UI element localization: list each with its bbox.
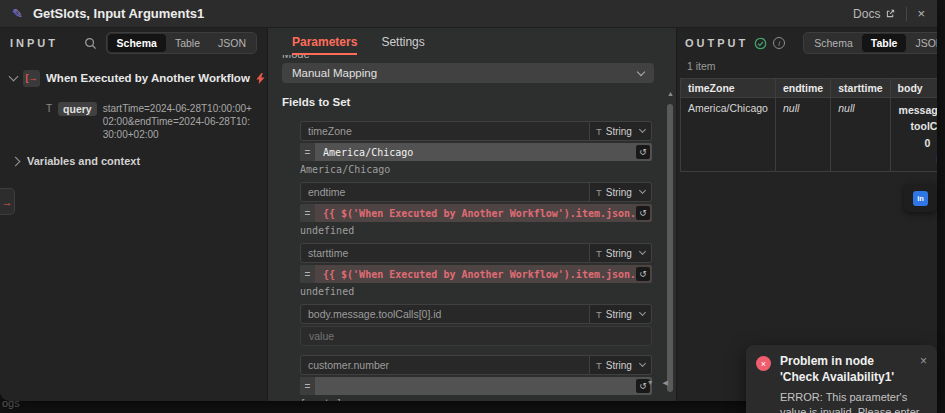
toast-title: Problem in node 'Check Availability1' — [780, 354, 914, 385]
input-schema-field[interactable]: T query startTime=2024-06-28T10:00:00+02… — [46, 102, 259, 141]
input-tab-table[interactable]: Table — [166, 34, 209, 52]
cell-endtime: null — [775, 98, 830, 172]
output-item-count: 1 item — [687, 60, 937, 72]
column-header[interactable]: endtime — [775, 79, 830, 98]
field-starttime: T String = {{ $('When Executed by Anothe… — [300, 243, 652, 297]
tab-parameters[interactable]: Parameters — [292, 35, 357, 55]
chevron-down-icon — [639, 187, 646, 194]
expand-expression-icon[interactable]: ↺ — [636, 206, 650, 220]
output-panel-header: OUTPUT i Schema Table JSON — [677, 28, 937, 58]
chevron-right-icon[interactable] — [11, 156, 21, 166]
scroll-corner-arrows[interactable]: ▼ ◀ — [647, 379, 668, 387]
body-key: 0 — [898, 135, 937, 151]
error-toast[interactable]: × Problem in node 'Check Availability1' … — [746, 345, 937, 413]
docs-link[interactable]: Docs — [853, 7, 896, 21]
success-check-icon — [754, 37, 767, 50]
docs-label: Docs — [853, 7, 880, 21]
input-search-icon[interactable] — [84, 37, 97, 50]
external-link-icon — [885, 8, 896, 19]
output-tab-schema[interactable]: Schema — [805, 34, 862, 52]
cell-timezone: America/Chicago — [681, 98, 776, 172]
cell-starttime: null — [831, 98, 890, 172]
toast-close-button[interactable]: × — [920, 354, 927, 368]
mode-label-clipped: Mode — [282, 55, 654, 61]
output-display-mode-tabs: Schema Table JSON — [803, 32, 937, 54]
chevron-down-icon[interactable] — [9, 72, 19, 82]
field-value[interactable]: America/Chicago — [315, 147, 636, 158]
output-panel-title: OUTPUT — [685, 37, 748, 49]
expand-expression-icon[interactable]: ↺ — [636, 145, 650, 159]
focus-input-arrow-button[interactable]: → — [0, 188, 15, 215]
output-tab-table[interactable]: Table — [862, 34, 907, 52]
field-value-row[interactable]: = {{ $('When Executed by Another Workflo… — [300, 265, 652, 283]
parameters-panel: Parameters Settings Mode Manual Mapping … — [268, 28, 676, 401]
field-value-row[interactable]: = ↺ — [300, 377, 652, 395]
field-value-row[interactable]: = America/Chicago ↺ — [300, 143, 652, 161]
scroll-down-arrow-icon[interactable]: ▼ — [647, 379, 654, 387]
field-type-select[interactable]: T String — [590, 304, 652, 324]
close-ndv-button[interactable]: × — [917, 6, 925, 21]
expression-equals-icon: = — [300, 265, 315, 283]
expression-equals-icon: = — [300, 143, 315, 161]
input-tab-schema[interactable]: Schema — [108, 34, 166, 52]
table-row[interactable]: America/Chicago null null message toolCa… — [681, 98, 938, 172]
input-node-row[interactable]: [→ When Executed by Another Workflow 1 i… — [0, 66, 267, 90]
field-expression-value[interactable]: {{ $('When Executed by Another Workflow'… — [315, 269, 636, 280]
field-name-input[interactable] — [300, 304, 590, 324]
input-panel: INPUT Schema Table JSON [→ When Executed… — [0, 28, 268, 401]
vertical-scrollbar-thumb[interactable] — [667, 104, 673, 392]
rename-pencil-icon[interactable]: ✎ — [12, 6, 23, 21]
field-type-value: String — [606, 248, 632, 259]
info-icon[interactable]: i — [773, 37, 785, 49]
field-name-input[interactable] — [300, 182, 590, 202]
schema-field-key[interactable]: query — [58, 102, 97, 116]
chevron-down-icon — [639, 248, 646, 255]
input-node-name: When Executed by Another Workflow — [46, 72, 250, 84]
column-header[interactable]: timeZone — [681, 79, 776, 98]
scroll-left-arrow-icon[interactable]: ◀ — [663, 379, 668, 387]
field-value-preview: undefined — [300, 225, 652, 236]
cell-body: message toolCalls 0 id:empty — [890, 98, 937, 172]
expand-expression-icon[interactable]: ↺ — [636, 267, 650, 281]
field-name-input[interactable] — [300, 355, 590, 375]
column-header[interactable]: body — [890, 79, 937, 98]
scroll-up-arrow-icon[interactable]: ▲ — [667, 90, 674, 97]
string-type-icon: T — [596, 309, 602, 320]
field-value-preview: undefined — [300, 286, 652, 297]
string-type-icon: T — [596, 187, 602, 198]
body-key: toolCalls — [898, 118, 937, 134]
titlebar-divider — [906, 7, 907, 21]
field-type-value: String — [606, 360, 632, 371]
string-type-icon: T — [596, 360, 602, 371]
field-value-row[interactable]: = {{ $('When Executed by Another Workflo… — [300, 204, 652, 222]
input-tab-json[interactable]: JSON — [209, 34, 255, 52]
field-type-select[interactable]: T String — [590, 121, 652, 141]
field-expression-value[interactable]: {{ $('When Executed by Another Workflow'… — [315, 208, 636, 219]
chevron-down-icon — [639, 309, 646, 316]
input-display-mode-tabs: Schema Table JSON — [106, 32, 257, 54]
field-type-select[interactable]: T String — [590, 243, 652, 263]
field-value-input[interactable] — [300, 326, 652, 346]
expression-equals-icon: = — [300, 377, 315, 395]
trigger-bolt-icon — [256, 73, 265, 84]
body-key: message — [898, 102, 937, 118]
string-type-icon: T — [596, 126, 602, 137]
blue-app-icon: in — [913, 191, 928, 206]
floating-widget-button[interactable]: in — [904, 184, 937, 212]
field-value-preview: America/Chicago — [300, 164, 652, 175]
chevron-down-icon — [637, 67, 645, 75]
mode-select[interactable]: Manual Mapping — [282, 63, 654, 83]
output-tab-json[interactable]: JSON — [906, 34, 937, 52]
field-toolcall-id: T String — [300, 304, 652, 346]
field-type-select[interactable]: T String — [590, 182, 652, 202]
chevron-down-icon — [639, 360, 646, 367]
variables-and-context-label: Variables and context — [27, 155, 140, 167]
column-header[interactable]: starttime — [831, 79, 890, 98]
field-name-input[interactable] — [300, 121, 590, 141]
field-name-input[interactable] — [300, 243, 590, 263]
field-value-preview: [empty] — [300, 398, 652, 401]
node-title[interactable]: GetSlots, Input Arguments1 — [33, 6, 204, 21]
tab-settings[interactable]: Settings — [381, 35, 424, 55]
field-type-select[interactable]: T String — [590, 355, 652, 375]
variables-and-context-row[interactable]: Variables and context — [0, 155, 267, 167]
